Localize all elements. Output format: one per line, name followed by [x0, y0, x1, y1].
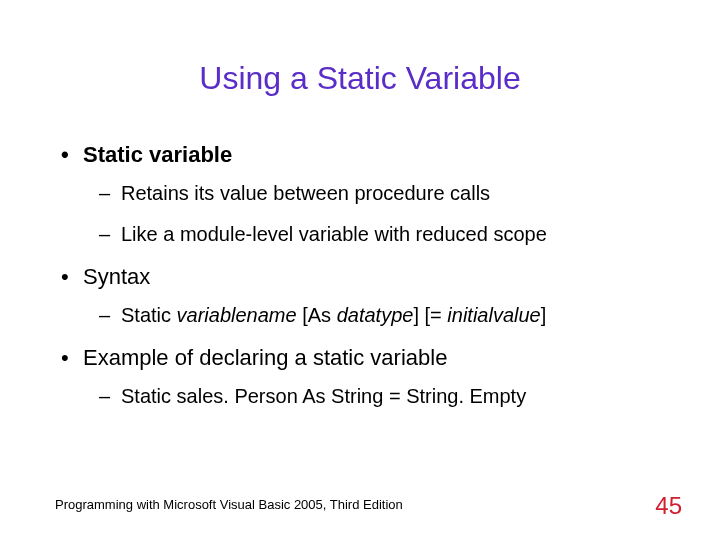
dash-icon: –: [99, 385, 121, 408]
sub-list: – Retains its value between procedure ca…: [55, 182, 665, 246]
syntax-static: Static: [121, 304, 177, 326]
dash-icon: –: [99, 304, 121, 327]
sub-text: Static sales. Person As String = String.…: [121, 385, 526, 408]
sub-item: – Static sales. Person As String = Strin…: [99, 385, 665, 408]
bullet-item-static-variable: • Static variable – Retains its value be…: [55, 142, 665, 246]
syntax-bracket: [As: [297, 304, 337, 326]
sub-list: – Static sales. Person As String = Strin…: [55, 385, 665, 408]
bullet-item-example: • Example of declaring a static variable…: [55, 345, 665, 408]
bullet-icon: •: [55, 264, 83, 290]
bullet-icon: •: [55, 345, 83, 371]
bullet-label: Example of declaring a static variable: [83, 345, 447, 371]
sub-text: Retains its value between procedure call…: [121, 182, 490, 205]
syntax-initialvalue: initialvalue: [447, 304, 540, 326]
syntax-datatype: datatype: [337, 304, 414, 326]
dash-icon: –: [99, 223, 121, 246]
syntax-bracket: ]: [541, 304, 547, 326]
bullet-icon: •: [55, 142, 83, 168]
slide-container: Using a Static Variable • Static variabl…: [0, 0, 720, 540]
page-number: 45: [655, 492, 682, 520]
slide-title: Using a Static Variable: [55, 60, 665, 97]
footer-text: Programming with Microsoft Visual Basic …: [55, 497, 403, 512]
syntax-bracket: ] [=: [413, 304, 447, 326]
bullet-list: • Static variable – Retains its value be…: [55, 142, 665, 408]
bullet-label: Static variable: [83, 142, 232, 168]
bullet-item-syntax: • Syntax – Static variablename [As datat…: [55, 264, 665, 327]
syntax-variablename: variablename: [177, 304, 297, 326]
sub-item-syntax-line: – Static variablename [As datatype] [= i…: [99, 304, 665, 327]
sub-text: Like a module-level variable with reduce…: [121, 223, 547, 246]
sub-text: Static variablename [As datatype] [= ini…: [121, 304, 546, 327]
sub-list: – Static variablename [As datatype] [= i…: [55, 304, 665, 327]
bullet-label: Syntax: [83, 264, 150, 290]
sub-item: – Retains its value between procedure ca…: [99, 182, 665, 205]
sub-item: – Like a module-level variable with redu…: [99, 223, 665, 246]
dash-icon: –: [99, 182, 121, 205]
